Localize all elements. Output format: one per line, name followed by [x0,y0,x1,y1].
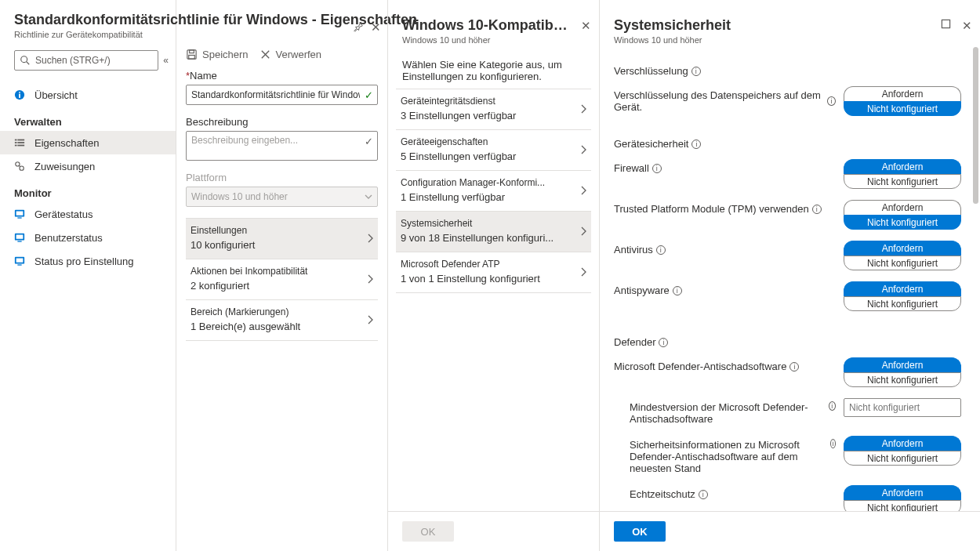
info-icon[interactable]: i [656,245,666,255]
close-icon[interactable]: ✕ [581,19,591,33]
toggle-firewall[interactable]: Anfordern Nicht konfiguriert [844,159,961,189]
nav-user-status[interactable]: Benutzerstatus [0,226,176,249]
info-icon[interactable]: i [812,205,822,214]
category-sub: 1 von 1 Einstellung konfiguriert [401,273,580,285]
info-icon[interactable]: i [830,439,836,448]
toggle-tpm[interactable]: Anfordern Nicht konfiguriert [844,200,961,230]
collapse-nav-icon[interactable]: « [163,55,166,66]
pill-notconfigured[interactable]: Nicht konfiguriert [844,101,961,116]
expand-item-0[interactable]: Einstellungen10 konfiguriert [186,219,378,259]
section-defender: Defenderi [614,336,961,348]
device-status-icon [14,208,27,219]
pill-request[interactable]: Anfordern [844,241,961,256]
toggle-defender-malware[interactable]: Anfordern Nicht konfiguriert [844,357,961,387]
discard-button[interactable]: Verwerfen [260,49,322,60]
search-input[interactable]: Suchen (STRG+/) [14,50,158,71]
nav-overview[interactable]: Übersicht [0,83,176,107]
toggle-antispyware[interactable]: Anfordern Nicht konfiguriert [844,281,961,311]
save-button[interactable]: Speichern [186,49,249,60]
pill-notconfigured[interactable]: Nicht konfiguriert [844,174,961,189]
info-icon[interactable]: i [659,338,668,347]
info-icon [14,89,27,100]
info-icon[interactable]: i [829,401,836,411]
minversion-input[interactable] [844,398,961,417]
setting-minversion-label: Mindestversion der Microsoft Defender-An… [630,398,836,425]
chevron-right-icon [580,145,586,154]
category-label: Systemsicherheit [401,218,580,229]
assignments-icon [14,161,27,172]
pill-request[interactable]: Anfordern [844,159,961,174]
maximize-icon[interactable] [941,19,951,33]
nav-user-status-label: Benutzerstatus [34,232,103,244]
svg-rect-21 [16,259,24,263]
ok-button[interactable]: OK [614,521,666,542]
section-monitor: Monitor [0,178,176,202]
save-icon [186,49,198,60]
discard-icon [260,49,271,60]
category-item-1[interactable]: Geräteeigenschaften5 Einstellungen verfü… [396,130,591,171]
setting-firewall-label: Firewalli [614,159,836,174]
nav-device-status[interactable]: Gerätestatus [0,202,176,226]
toggle-antivirus[interactable]: Anfordern Nicht konfiguriert [844,241,961,270]
name-input[interactable] [186,85,378,105]
toggle-realtime[interactable]: Anfordern Nicht konfiguriert [844,485,961,511]
pill-request[interactable]: Anfordern [844,357,961,372]
category-item-2[interactable]: Configuration Manager-Konformi...1 Einst… [396,171,591,212]
info-icon[interactable]: i [691,140,701,149]
nav-properties[interactable]: Eigenschaften [0,131,176,154]
info-icon[interactable]: i [699,490,708,499]
pill-notconfigured[interactable]: Nicht konfiguriert [844,256,961,270]
toggle-security-intel[interactable]: Anfordern Nicht konfiguriert [844,436,961,466]
pill-request[interactable]: Anfordern [844,200,961,215]
close-icon[interactable]: ✕ [962,19,972,33]
svg-rect-7 [15,142,17,143]
pill-notconfigured[interactable]: Nicht konfiguriert [844,500,961,511]
pill-request[interactable]: Anfordern [844,281,961,296]
nav-assignments[interactable]: Zuweisungen [0,154,176,178]
expand-item-sub: 1 Bereich(e) ausgewählt [191,321,367,332]
svg-rect-10 [17,145,24,147]
expand-item-label: Bereich (Markierungen) [191,306,367,317]
pill-notconfigured[interactable]: Nicht konfiguriert [844,451,961,466]
info-icon[interactable]: i [673,286,682,295]
expand-item-2[interactable]: Bereich (Markierungen)1 Bereich(e) ausge… [186,300,378,341]
close-icon[interactable]: ✕ [371,20,381,34]
pill-request[interactable]: Anfordern [844,86,961,101]
pill-notconfigured[interactable]: Nicht konfiguriert [844,215,961,230]
category-item-4[interactable]: Microsoft Defender ATP1 von 1 Einstellun… [396,252,591,293]
nav-per-setting-label: Status pro Einstellung [34,256,133,267]
description-input[interactable]: Beschreibung eingeben... [186,131,378,161]
category-item-0[interactable]: Geräteintegritätsdienst3 Einstellungen v… [396,89,591,130]
check-icon: ✓ [365,136,373,147]
expand-item-1[interactable]: Aktionen bei Inkompatibilität2 konfiguri… [186,259,378,300]
toggle-encryption[interactable]: Anfordern Nicht konfiguriert [844,86,961,116]
section-manage: Verwalten [0,107,176,131]
pill-request[interactable]: Anfordern [844,436,961,451]
info-icon[interactable]: i [789,362,799,372]
chevron-right-icon [580,267,586,277]
categories-panel: ✕ Windows 10-Kompatibilitätsri... Window… [388,0,600,551]
pill-request[interactable]: Anfordern [844,485,961,500]
properties-icon [14,137,27,148]
settings-panel: ✕ Systemsicherheit Windows 10 und höher … [600,0,980,551]
svg-rect-24 [190,50,194,53]
categories-title: Windows 10-Kompatibilitätsri... [402,17,568,34]
pill-notconfigured[interactable]: Nicht konfiguriert [844,296,961,311]
category-item-3[interactable]: Systemsicherheit9 von 18 Einstellungen k… [396,212,591,252]
svg-line-13 [19,165,20,167]
user-status-icon [14,232,27,243]
ok-button[interactable]: OK [402,521,454,542]
pin-icon[interactable] [354,22,364,32]
category-sub: 5 Einstellungen verfügbar [401,150,580,162]
pill-notconfigured[interactable]: Nicht konfiguriert [844,372,961,387]
expand-item-label: Einstellungen [191,225,367,236]
section-device-security: Gerätesicherheiti [614,138,961,150]
expand-item-sub: 10 konfiguriert [191,239,367,251]
info-icon[interactable]: i [652,164,662,173]
info-icon[interactable]: i [827,96,836,106]
nav-per-setting-status[interactable]: Status pro Einstellung [0,249,176,273]
info-icon[interactable]: i [691,67,701,76]
setting-antivirus-label: Antivirusi [614,241,836,256]
category-label: Configuration Manager-Konformi... [401,177,580,188]
scrollbar[interactable] [973,47,978,204]
